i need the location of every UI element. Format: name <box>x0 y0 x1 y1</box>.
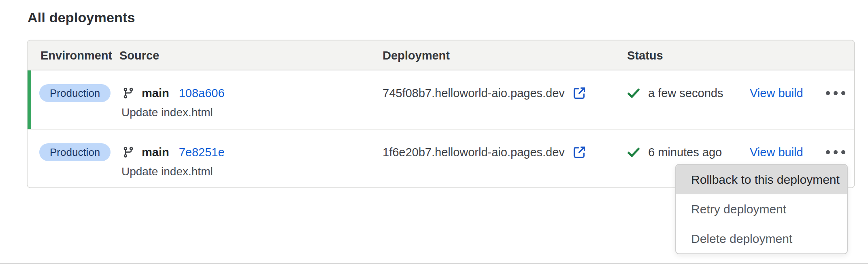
menu-item-rollback[interactable]: Rollback to this deployment <box>676 165 847 194</box>
deployment-cell: 1f6e20b7.helloworld-aio.pages.dev <box>383 143 587 161</box>
menu-item-delete[interactable]: Delete deployment <box>676 224 847 253</box>
external-link-icon[interactable] <box>571 144 587 160</box>
column-header-environment: Environment <box>40 40 112 70</box>
environment-badge: Production <box>39 84 111 102</box>
view-build-link[interactable]: View build <box>750 84 803 102</box>
commit-message: Update index.html <box>121 106 213 119</box>
source-cell: main 7e8251e <box>122 143 225 161</box>
commit-link[interactable]: 7e8251e <box>179 146 225 159</box>
status-time: a few seconds <box>648 87 723 100</box>
ellipsis-icon <box>826 91 830 95</box>
column-header-source: Source <box>119 40 159 70</box>
commit-link[interactable]: 108a606 <box>179 87 225 100</box>
ellipsis-icon <box>826 150 830 154</box>
branch-name: main <box>142 146 169 159</box>
source-cell: main 108a606 <box>122 84 225 102</box>
page-title: All deployments <box>28 10 135 26</box>
environment-badge: Production <box>39 143 111 161</box>
deployment-cell: 745f08b7.helloworld-aio.pages.dev <box>383 84 587 102</box>
status-cell: a few seconds <box>626 84 723 102</box>
deployment-row: Production main 108a606 Update index.htm… <box>28 70 854 129</box>
status-time: 6 minutes ago <box>648 146 722 159</box>
menu-item-retry[interactable]: Retry deployment <box>676 194 847 224</box>
deployment-actions-button[interactable] <box>819 143 853 161</box>
commit-message: Update index.html <box>121 165 213 178</box>
branch-name: main <box>142 87 169 100</box>
git-branch-icon <box>122 87 134 99</box>
status-cell: 6 minutes ago <box>626 143 722 161</box>
deployment-url: 745f08b7.helloworld-aio.pages.dev <box>383 87 565 100</box>
column-header-status: Status <box>627 40 663 70</box>
git-branch-icon <box>122 146 134 158</box>
deployment-actions-button[interactable] <box>819 84 853 102</box>
column-header-deployment: Deployment <box>383 40 450 70</box>
external-link-icon[interactable] <box>571 85 587 101</box>
success-check-icon <box>626 145 641 160</box>
table-header-row: Environment Source Deployment Status <box>28 40 854 70</box>
deployment-url: 1f6e20b7.helloworld-aio.pages.dev <box>383 146 565 159</box>
section-divider <box>0 263 868 264</box>
view-build-link[interactable]: View build <box>750 143 803 161</box>
deployment-actions-menu: Rollback to this deployment Retry deploy… <box>675 164 848 254</box>
success-check-icon <box>626 86 641 100</box>
